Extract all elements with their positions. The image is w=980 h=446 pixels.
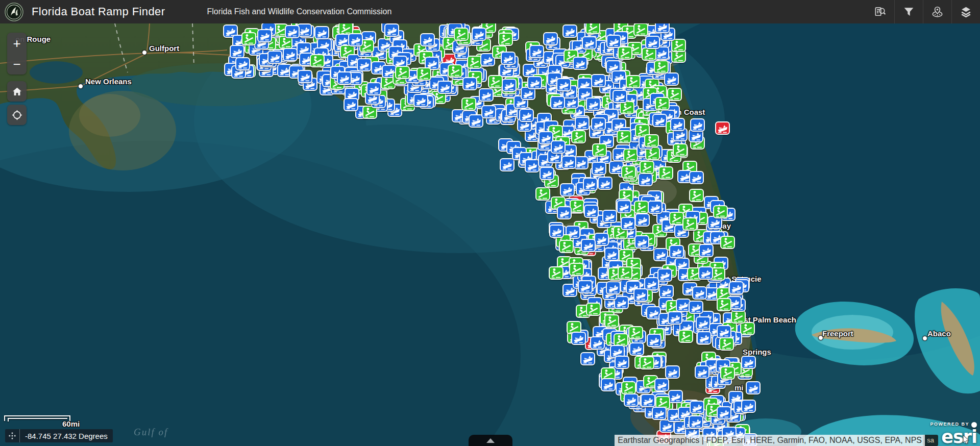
boat-ramp-marker[interactable] xyxy=(582,36,597,49)
boat-ramp-marker[interactable] xyxy=(698,266,713,280)
paddle-launch-marker[interactable] xyxy=(720,366,735,380)
boat-ramp-marker[interactable] xyxy=(741,356,756,369)
paddle-launch-marker[interactable] xyxy=(310,54,325,67)
boat-ramp-marker[interactable] xyxy=(573,57,587,70)
boat-ramp-marker[interactable] xyxy=(717,325,731,338)
boat-ramp-marker[interactable] xyxy=(665,365,680,379)
boat-ramp-marker[interactable] xyxy=(337,71,352,85)
capture-coordinates-button[interactable] xyxy=(5,429,20,442)
boat-ramp-marker[interactable] xyxy=(575,117,590,130)
paddle-launch-marker[interactable] xyxy=(717,298,731,311)
paddle-launch-marker[interactable] xyxy=(713,205,728,218)
boat-ramp-marker[interactable] xyxy=(621,217,635,230)
boat-ramp-marker[interactable] xyxy=(562,24,577,38)
boat-ramp-marker[interactable] xyxy=(437,81,452,94)
boat-ramp-marker[interactable] xyxy=(606,281,621,294)
boat-ramp-marker[interactable] xyxy=(479,88,494,102)
paddle-launch-marker[interactable] xyxy=(655,97,670,110)
boat-ramp-marker[interactable] xyxy=(540,167,554,180)
paddle-launch-marker[interactable] xyxy=(604,314,619,328)
boat-ramp-marker[interactable] xyxy=(692,286,707,300)
paddle-launch-marker[interactable] xyxy=(731,310,746,324)
boat-ramp-marker[interactable] xyxy=(617,200,631,213)
paddle-launch-marker[interactable] xyxy=(719,337,734,351)
paddle-launch-marker[interactable] xyxy=(640,161,654,174)
boat-ramp-marker[interactable] xyxy=(746,381,761,394)
boat-ramp-marker[interactable] xyxy=(297,23,312,37)
paddle-launch-marker[interactable] xyxy=(621,165,636,179)
boat-ramp-marker[interactable] xyxy=(598,177,612,190)
boat-ramp-marker[interactable] xyxy=(594,233,609,246)
boat-ramp-marker[interactable] xyxy=(267,51,282,64)
paddle-launch-marker[interactable] xyxy=(549,266,564,280)
paddle-launch-marker[interactable] xyxy=(395,66,410,79)
locate-button[interactable] xyxy=(7,105,27,125)
boat-ramp-marker[interactable] xyxy=(689,171,704,184)
boat-ramp-marker[interactable] xyxy=(602,210,617,223)
boat-ramp-marker[interactable] xyxy=(366,82,381,95)
boat-ramp-marker[interactable] xyxy=(645,36,660,49)
boat-ramp-marker[interactable] xyxy=(586,97,601,111)
boat-ramp-marker[interactable] xyxy=(670,118,685,131)
paddle-launch-marker[interactable] xyxy=(642,47,656,61)
boat-ramp-marker[interactable] xyxy=(472,28,486,41)
boat-ramp-marker[interactable] xyxy=(556,78,571,91)
boat-ramp-marker[interactable] xyxy=(657,268,672,282)
paddle-launch-marker[interactable] xyxy=(740,322,755,335)
paddle-launch-marker[interactable] xyxy=(654,60,669,73)
paddle-launch-marker[interactable] xyxy=(633,23,648,36)
paddle-launch-marker[interactable] xyxy=(618,266,632,280)
paddle-launch-marker[interactable] xyxy=(592,143,607,157)
paddle-launch-marker[interactable] xyxy=(571,130,586,143)
boat-ramp-marker[interactable] xyxy=(654,378,669,391)
boat-ramp-marker[interactable] xyxy=(298,70,312,83)
boat-ramp-marker[interactable] xyxy=(581,239,596,252)
boat-ramp-marker[interactable] xyxy=(543,32,558,45)
boat-ramp-marker[interactable] xyxy=(689,301,703,314)
boat-ramp-marker[interactable] xyxy=(664,72,679,86)
boat-ramp-marker[interactable] xyxy=(481,105,496,118)
boat-ramp-marker[interactable] xyxy=(648,201,663,214)
boat-ramp-marker[interactable] xyxy=(557,206,572,219)
paddle-launch-marker[interactable] xyxy=(634,201,649,214)
boat-ramp-marker[interactable] xyxy=(669,245,684,258)
boat-ramp-marker[interactable] xyxy=(551,140,566,154)
paddle-launch-marker[interactable] xyxy=(658,166,673,180)
boat-ramp-marker[interactable] xyxy=(384,23,399,37)
boat-ramp-marker[interactable] xyxy=(601,378,616,391)
boat-ramp-marker[interactable] xyxy=(580,352,595,365)
boat-ramp-marker[interactable] xyxy=(652,407,667,420)
boat-ramp-marker[interactable] xyxy=(606,35,621,48)
paddle-launch-marker[interactable] xyxy=(626,75,641,88)
closed-ramp-marker[interactable] xyxy=(715,121,730,135)
paddle-launch-marker[interactable] xyxy=(467,56,482,69)
boat-ramp-marker[interactable] xyxy=(729,281,744,294)
boat-ramp-marker[interactable] xyxy=(695,365,709,379)
boat-ramp-marker[interactable] xyxy=(257,29,272,42)
nearby-button[interactable] xyxy=(923,0,951,23)
expand-panel-button[interactable] xyxy=(469,435,512,446)
paddle-launch-marker[interactable] xyxy=(488,75,503,88)
boat-ramp-marker[interactable] xyxy=(357,58,372,71)
paddle-launch-marker[interactable] xyxy=(682,217,697,231)
boat-ramp-marker[interactable] xyxy=(655,23,670,33)
boat-ramp-marker[interactable] xyxy=(527,76,542,89)
boat-ramp-marker[interactable] xyxy=(550,96,565,109)
paddle-launch-marker[interactable] xyxy=(461,97,476,111)
paddle-launch-marker[interactable] xyxy=(241,32,256,45)
boat-ramp-marker[interactable] xyxy=(591,117,606,131)
boat-ramp-marker[interactable] xyxy=(741,400,756,413)
paddle-launch-marker[interactable] xyxy=(559,240,574,253)
boat-ramp-marker[interactable] xyxy=(592,162,606,175)
search-button[interactable] xyxy=(866,0,894,23)
boat-ramp-marker[interactable] xyxy=(717,406,731,419)
paddle-launch-marker[interactable] xyxy=(669,212,684,225)
boat-ramp-marker[interactable] xyxy=(525,159,540,172)
paddle-launch-marker[interactable] xyxy=(628,326,643,339)
boat-ramp-marker[interactable] xyxy=(612,90,627,103)
boat-ramp-marker[interactable] xyxy=(647,334,662,347)
boat-ramp-marker[interactable] xyxy=(283,48,298,61)
boat-ramp-marker[interactable] xyxy=(668,390,683,403)
filter-button[interactable] xyxy=(894,0,923,23)
paddle-launch-marker[interactable] xyxy=(621,381,636,394)
